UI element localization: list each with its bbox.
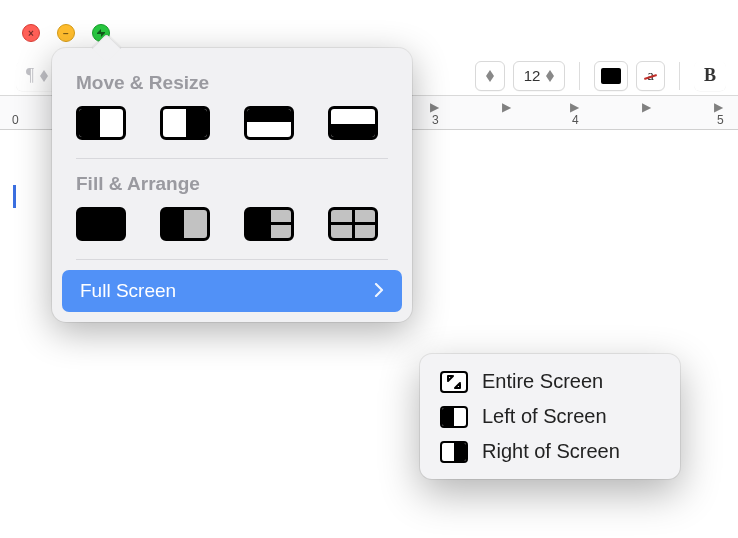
tab-marker-icon[interactable]: ▶ [430,100,439,114]
right-of-screen-item[interactable]: Right of Screen [420,434,680,469]
tile-right-half-button[interactable] [160,106,210,140]
tile-left-half-button[interactable] [76,106,126,140]
tile-top-half-button[interactable] [244,106,294,140]
tile-fill-button[interactable] [76,207,126,241]
window-tiling-popover: Move & Resize Fill & Arrange Full Screen [52,48,412,322]
ruler-tick: 0 [12,113,19,127]
font-size-dropdown[interactable]: 12 [513,61,566,91]
ruler-tick: 5 [717,113,724,127]
tile-three-up-button[interactable] [244,207,294,241]
entire-screen-item[interactable]: Entire Screen [420,364,680,399]
separator [76,259,388,260]
right-half-icon [440,441,468,463]
right-of-screen-label: Right of Screen [482,440,620,463]
fullscreen-label: Full Screen [80,280,176,302]
updown-icon [546,70,554,82]
left-of-screen-label: Left of Screen [482,405,607,428]
ruler-tick: 4 [572,113,579,127]
ruler-tick: 3 [432,113,439,127]
entire-screen-label: Entire Screen [482,370,603,393]
close-window-button[interactable]: × [22,24,40,42]
fullscreen-submenu: Entire Screen Left of Screen Right of Sc… [420,354,680,479]
color-swatch-icon [601,68,621,84]
tile-two-thirds-left-button[interactable] [160,207,210,241]
font-size-value: 12 [524,67,541,84]
updown-icon [40,70,48,82]
window-controls: × − [22,24,110,42]
fullscreen-submenu-item[interactable]: Full Screen [62,270,402,312]
updown-icon [486,70,494,82]
clear-format-icon: a [647,67,654,84]
separator [579,62,580,90]
entire-screen-icon [440,371,468,393]
tab-marker-icon[interactable]: ▶ [714,100,723,114]
tab-marker-icon[interactable]: ▶ [502,100,511,114]
tile-bottom-half-button[interactable] [328,106,378,140]
text-caret [13,185,16,208]
tab-marker-icon[interactable]: ▶ [570,100,579,114]
chevron-right-icon [374,280,384,302]
tile-quarter-button[interactable] [328,207,378,241]
separator [679,62,680,90]
left-half-icon [440,406,468,428]
pilcrow-icon: ¶ [26,65,34,86]
left-of-screen-item[interactable]: Left of Screen [420,399,680,434]
font-family-dropdown[interactable] [475,61,505,91]
fill-arrange-heading: Fill & Arrange [52,159,412,205]
clear-formatting-button[interactable]: a [636,61,665,91]
bold-icon: B [704,65,716,86]
bold-button[interactable]: B [694,61,726,91]
text-color-button[interactable] [594,61,628,91]
move-resize-heading: Move & Resize [52,58,412,104]
tab-marker-icon[interactable]: ▶ [642,100,651,114]
minimize-window-button[interactable]: − [57,24,75,42]
